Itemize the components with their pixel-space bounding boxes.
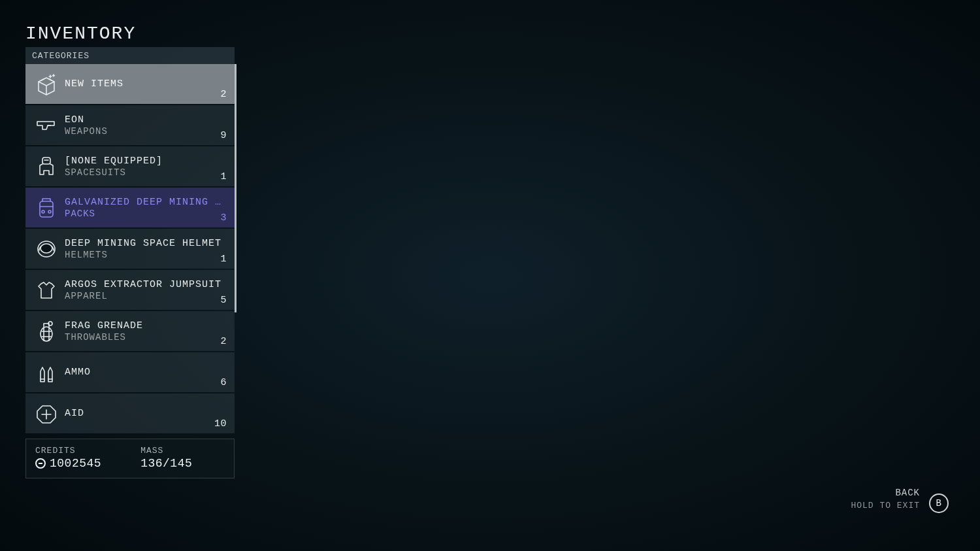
page-title: INVENTORY (25, 24, 136, 44)
category-count: 6 (220, 377, 227, 388)
category-secondary: THROWABLES (65, 332, 227, 342)
category-count: 2 (220, 89, 227, 100)
category-primary: NEW ITEMS (65, 78, 227, 90)
category-row[interactable]: FRAG GRENADETHROWABLES2 (25, 311, 235, 351)
category-count: 1 (220, 171, 227, 182)
category-labels: [NONE EQUIPPED]SPACESUITS (61, 156, 227, 178)
category-count: 3 (220, 212, 227, 224)
category-row[interactable]: DEEP MINING SPACE HELMETHELMETS1 (25, 229, 235, 269)
credits-label: CREDITS (35, 446, 101, 456)
inventory-panel: CATEGORIES NEW ITEMS2EONWEAPONS9[NONE EQ… (25, 47, 235, 478)
category-row[interactable]: ARGOS EXTRACTOR JUMPSUITAPPAREL5 (25, 270, 235, 310)
category-count: 2 (220, 336, 227, 347)
category-secondary: HELMETS (65, 250, 227, 260)
category-count: 9 (220, 130, 227, 141)
helmet-icon (32, 237, 61, 261)
ammo-icon (32, 361, 61, 384)
categories-list: NEW ITEMS2EONWEAPONS9[NONE EQUIPPED]SPAC… (25, 64, 235, 433)
category-primary: GALVANIZED DEEP MINING … (65, 197, 227, 208)
credits-icon (35, 458, 46, 469)
hold-to-exit-label: HOLD TO EXIT (851, 500, 920, 512)
scrollbar[interactable] (235, 64, 237, 312)
shirt-icon (32, 278, 61, 302)
pack-icon (32, 196, 61, 220)
stats-bar: CREDITS 1002545 MASS 136/145 (25, 439, 235, 478)
pistol-icon (32, 114, 61, 137)
category-labels: ARGOS EXTRACTOR JUMPSUITAPPAREL (61, 279, 227, 301)
grenade-icon (32, 320, 61, 343)
mass-label: MASS (140, 446, 192, 456)
category-labels: GALVANIZED DEEP MINING …PACKS (61, 197, 227, 219)
category-primary: FRAG GRENADE (65, 320, 227, 331)
category-primary: DEEP MINING SPACE HELMET (65, 238, 227, 249)
aid-icon (32, 402, 61, 426)
credits-block: CREDITS 1002545 (35, 446, 101, 470)
credits-value: 1002545 (35, 457, 101, 470)
footer-hints: BACK HOLD TO EXIT (851, 487, 920, 512)
category-primary: ARGOS EXTRACTOR JUMPSUIT (65, 279, 227, 290)
category-secondary: WEAPONS (65, 126, 227, 137)
category-labels: NEW ITEMS (61, 78, 227, 90)
box-sparkle-icon (32, 73, 61, 96)
category-row[interactable]: AID10 (25, 393, 235, 433)
spacesuit-icon (32, 155, 61, 178)
category-secondary: PACKS (65, 209, 227, 219)
category-row[interactable]: GALVANIZED DEEP MINING …PACKS3 (25, 188, 235, 227)
b-button-icon[interactable]: B (929, 493, 949, 513)
category-primary: AMMO (65, 367, 227, 378)
category-labels: EONWEAPONS (61, 114, 227, 137)
category-labels: FRAG GRENADETHROWABLES (61, 320, 227, 342)
mass-block: MASS 136/145 (140, 446, 192, 470)
category-labels: AID (61, 408, 227, 419)
category-row[interactable]: EONWEAPONS9 (25, 105, 235, 145)
category-primary: EON (65, 114, 227, 125)
category-row[interactable]: AMMO6 (25, 352, 235, 392)
category-labels: DEEP MINING SPACE HELMETHELMETS (61, 238, 227, 260)
category-row[interactable]: NEW ITEMS2 (25, 64, 235, 104)
category-labels: AMMO (61, 367, 227, 378)
category-primary: AID (65, 408, 227, 419)
mass-value: 136/145 (140, 457, 192, 470)
category-secondary: APPAREL (65, 291, 227, 301)
categories-header: CATEGORIES (25, 47, 235, 64)
category-count: 5 (220, 295, 227, 306)
category-primary: [NONE EQUIPPED] (65, 156, 227, 167)
back-label: BACK (851, 487, 920, 500)
category-count: 10 (214, 418, 227, 429)
category-row[interactable]: [NONE EQUIPPED]SPACESUITS1 (25, 146, 235, 186)
category-count: 1 (220, 254, 227, 265)
category-secondary: SPACESUITS (65, 167, 227, 178)
